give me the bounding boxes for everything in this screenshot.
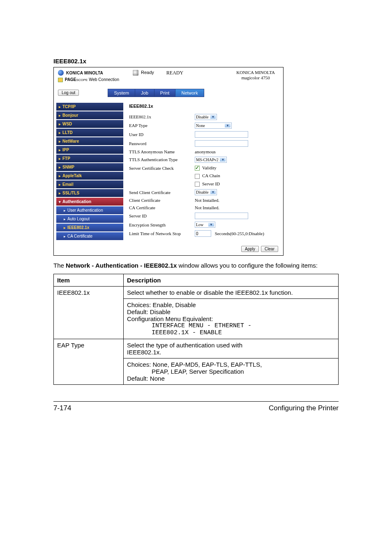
chevron-down-icon: ▼ — [210, 190, 216, 194]
sidebar-item-snmp[interactable]: SNMP — [56, 163, 123, 171]
intro-bold: Network - Authentication - IEEE802.1x — [66, 262, 177, 269]
status-ready-big: READY — [166, 70, 183, 76]
sidebar-sub-userauth[interactable]: User Authentication — [56, 206, 123, 214]
col-header-description: Description — [124, 274, 339, 287]
chevron-down-icon: ▼ — [210, 115, 216, 119]
label-ttls-anon: TTLS Anonymous Name — [129, 149, 195, 154]
sidebar-label: TCP/IP — [62, 104, 76, 109]
cell-desc-details: Choices: Enable, Disable Default: Disabl… — [124, 299, 339, 339]
checkbox-label: Validity — [202, 165, 217, 170]
intro-post: window allows you to configure the follo… — [177, 262, 318, 269]
sidebar-item-wsd[interactable]: WSD — [56, 120, 123, 128]
sidebar-label: NetWare — [62, 139, 79, 143]
config-menu-path: IEEE802.1X - ENABLE — [127, 329, 335, 336]
sidebar-item-lltd[interactable]: LLTD — [56, 129, 123, 136]
cell-desc: Select the type of authentication used w… — [124, 339, 339, 358]
checkbox-label: Server ID — [202, 181, 220, 186]
sidebar-item-appletalk[interactable]: AppleTalk — [56, 172, 123, 180]
label-ttls-authtype: TTLS Authentication Type — [129, 157, 195, 162]
apply-button[interactable]: Apply — [241, 246, 259, 252]
sidebar-item-ftp[interactable]: FTP — [56, 155, 123, 162]
select-ieee8021x[interactable]: Disable▼ — [195, 114, 217, 120]
brand-text: KONICA MINOLTA — [66, 71, 103, 75]
config-menu-line: Configuration Menu Equivalent: — [127, 315, 335, 322]
tab-job[interactable]: Job — [135, 89, 154, 97]
sidebar-item-email[interactable]: Email — [56, 180, 123, 188]
label-ieee8021x: IEEE802.1x — [129, 114, 195, 119]
screenshot-ieee8021x: KONICA MINOLTA PAGESCOPE Web Connection … — [53, 67, 284, 256]
sidebar-label: AppleTalk — [62, 173, 82, 178]
pane-heading: IEEE802.1x — [129, 104, 278, 109]
chevron-down-icon: ▼ — [220, 158, 226, 162]
printer-status-icon — [133, 70, 138, 76]
sidebar-label: FTP — [62, 156, 70, 161]
limit-time-unit: Seconds(60-255,0:Disable) — [215, 231, 264, 236]
label-client-cert: Client Certificate — [129, 198, 195, 203]
label-encryption-strength: Encryption Strength — [129, 222, 195, 227]
choices-line: Choices: None, EAP-MD5, EAP-TLS, EAP-TTL… — [127, 361, 335, 368]
input-password[interactable] — [195, 140, 248, 147]
select-eaptype[interactable]: None▼ — [195, 123, 232, 129]
select-value: Low — [196, 222, 203, 227]
cell-item: EAP Type — [54, 339, 124, 385]
tab-print[interactable]: Print — [154, 89, 176, 97]
sidebar-label: WSD — [62, 122, 72, 126]
sidebar-sub-cacert[interactable]: CA Certificate — [56, 232, 123, 240]
cell-desc: Select whether to enable or disable the … — [124, 287, 339, 299]
select-value: Disable — [196, 115, 209, 119]
sidebar-label: IPP — [62, 148, 69, 152]
sidebar-label: SNMP — [62, 165, 74, 169]
label-limit-time: Limit Time of Network Stop — [129, 231, 195, 236]
col-header-item: Item — [54, 274, 124, 287]
label-userid: User ID — [129, 132, 195, 137]
label-ca-cert: CA Certificate — [129, 205, 195, 210]
sidebar-item-netware[interactable]: NetWare — [56, 137, 123, 145]
pagescope-icon — [58, 78, 63, 82]
select-value: Disable — [196, 190, 209, 194]
status-ready-small: Ready — [141, 70, 154, 75]
select-send-client-cert[interactable]: Disable▼ — [195, 189, 217, 195]
sidebar-item-authentication[interactable]: Authentication — [56, 198, 123, 206]
select-encryption-strength[interactable]: Low▼ — [195, 222, 215, 228]
intro-text: The Network - Authentication - IEEE802.1… — [53, 261, 339, 270]
model-name: magicolor 4750 — [236, 75, 275, 81]
sidebar-item-ipp[interactable]: IPP — [56, 146, 123, 154]
input-limit-time[interactable] — [195, 230, 211, 237]
table-row: EAP Type Select the type of authenticati… — [54, 339, 339, 358]
sidebar-item-bonjour[interactable]: Bonjour — [56, 111, 123, 119]
tab-system[interactable]: System — [108, 89, 135, 97]
select-value: MS-CHAPv2 — [196, 157, 218, 162]
model-brand: KONICA MINOLTA — [236, 70, 275, 75]
select-value: None — [196, 123, 205, 128]
sidebar-label: Auto Logout — [67, 217, 90, 221]
label-send-client-cert: Send Client Certificate — [129, 190, 195, 195]
checkbox-validity[interactable] — [195, 166, 200, 171]
km-globe-icon — [58, 70, 64, 76]
page-number: 7-174 — [53, 404, 71, 412]
checkbox-serverid[interactable] — [195, 182, 200, 187]
sidebar: TCP/IP Bonjour WSD LLTD NetWare IPP FTP … — [54, 99, 126, 243]
sidebar-item-ssltls[interactable]: SSL/TLS — [56, 189, 123, 197]
sidebar-sub-autologout[interactable]: Auto Logout — [56, 215, 123, 223]
config-menu-path: INTERFACE MENU - ETHERNET - — [127, 322, 335, 329]
choices-line: PEAP, LEAP, Server Specification — [127, 368, 335, 375]
tab-network[interactable]: Network — [175, 89, 204, 97]
logout-button[interactable]: Log out — [58, 90, 79, 96]
table-row: IEEE802.1x Select whether to enable or d… — [54, 287, 339, 299]
label-server-cert-check: Server Certificate Check — [129, 166, 195, 171]
clear-button[interactable]: Clear — [261, 246, 278, 252]
sidebar-label: Bonjour — [62, 113, 78, 118]
sidebar-sub-ieee8021x[interactable]: IEEE802.1x — [56, 224, 123, 231]
section-title: IEEE802.1x — [53, 58, 339, 65]
page-footer: 7-174 Configuring the Printer — [53, 401, 339, 412]
footer-section: Configuring the Printer — [269, 404, 339, 412]
label-server-id: Server ID — [129, 213, 195, 218]
select-ttls-authtype[interactable]: MS-CHAPv2▼ — [195, 157, 227, 163]
sidebar-label: User Authentication — [67, 208, 103, 213]
input-server-id[interactable] — [195, 213, 248, 219]
checkbox-cachain[interactable] — [195, 174, 200, 179]
desc-part: Select the type of authentication used w… — [127, 342, 242, 349]
sidebar-label: IEEE802.1x — [67, 225, 89, 230]
sidebar-item-tcpip[interactable]: TCP/IP — [56, 103, 123, 111]
input-userid[interactable] — [195, 131, 248, 138]
